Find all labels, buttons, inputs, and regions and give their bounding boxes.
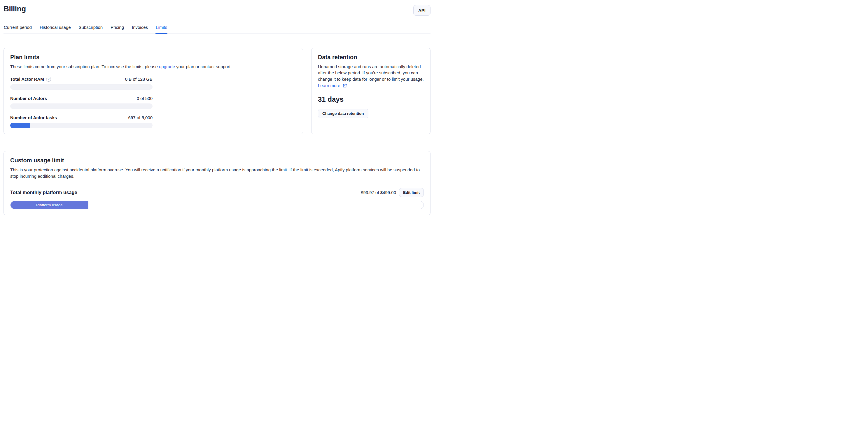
- tasks-progress-track: [10, 123, 153, 128]
- platform-usage-fill: Platform usage: [10, 201, 88, 209]
- tab-current-period[interactable]: Current period: [3, 23, 32, 34]
- plan-limits-card: Plan limits These limits come from your …: [3, 48, 303, 134]
- tab-pricing[interactable]: Pricing: [110, 23, 124, 34]
- ram-progress-track: [10, 84, 153, 90]
- api-button[interactable]: API: [413, 5, 431, 16]
- external-link-icon: [342, 84, 347, 88]
- data-retention-title: Data retention: [318, 54, 424, 61]
- billing-page: Billing API Current period Historical us…: [0, 0, 434, 215]
- limit-value: 0 of 500: [137, 96, 153, 101]
- edit-limit-button[interactable]: Edit limit: [399, 188, 424, 197]
- limit-label: Number of Actors: [10, 96, 47, 101]
- tab-invoices[interactable]: Invoices: [131, 23, 148, 34]
- limit-row-number-of-actors: Number of Actors 0 of 500: [10, 96, 153, 109]
- custom-usage-description: This is your protection against accident…: [10, 167, 424, 179]
- limit-row-total-actor-ram: Total Actor RAM ? 0 B of 128 GB: [10, 77, 153, 90]
- limit-value: 697 of 5,000: [128, 115, 153, 120]
- tab-subscription[interactable]: Subscription: [79, 23, 103, 34]
- change-data-retention-button[interactable]: Change data retention: [318, 109, 368, 118]
- limit-value: 0 B of 128 GB: [125, 77, 153, 81]
- page-title: Billing: [3, 4, 26, 13]
- platform-usage-track: Platform usage: [10, 201, 424, 209]
- tab-limits[interactable]: Limits: [155, 23, 167, 34]
- learn-more-link[interactable]: Learn more: [318, 83, 347, 88]
- plan-limits-description: These limits come from your subscription…: [10, 64, 296, 70]
- usage-label: Total monthly platform usage: [10, 190, 77, 195]
- actors-progress-track: [10, 103, 153, 109]
- limit-label: Total Actor RAM: [10, 77, 44, 81]
- data-retention-card: Data retention Unnamed storage and runs …: [311, 48, 431, 134]
- custom-usage-title: Custom usage limit: [10, 157, 424, 164]
- question-mark-circle-icon[interactable]: ?: [46, 77, 51, 81]
- page-header: Billing API: [3, 0, 431, 16]
- top-cards-row: Plan limits These limits come from your …: [3, 48, 431, 134]
- plan-limit-rows: Total Actor RAM ? 0 B of 128 GB Number o…: [10, 77, 153, 128]
- usage-summary-row: Total monthly platform usage $93.97 of $…: [10, 188, 424, 197]
- custom-usage-limit-card: Custom usage limit This is your protecti…: [3, 151, 431, 215]
- plan-limits-title: Plan limits: [10, 54, 296, 61]
- data-retention-description: Unnamed storage and runs are automatical…: [318, 64, 424, 82]
- limit-row-actor-tasks: Number of Actor tasks 697 of 5,000: [10, 115, 153, 128]
- billing-tabs: Current period Historical usage Subscrip…: [3, 23, 431, 34]
- retention-period: 31 days: [318, 95, 424, 103]
- limit-label: Number of Actor tasks: [10, 115, 57, 120]
- tab-historical-usage[interactable]: Historical usage: [39, 23, 71, 34]
- upgrade-link[interactable]: upgrade: [159, 64, 175, 69]
- tasks-progress-fill: [10, 123, 30, 128]
- platform-usage-bar-label: Platform usage: [36, 203, 63, 207]
- usage-value: $93.97 of $499.00: [361, 190, 396, 195]
